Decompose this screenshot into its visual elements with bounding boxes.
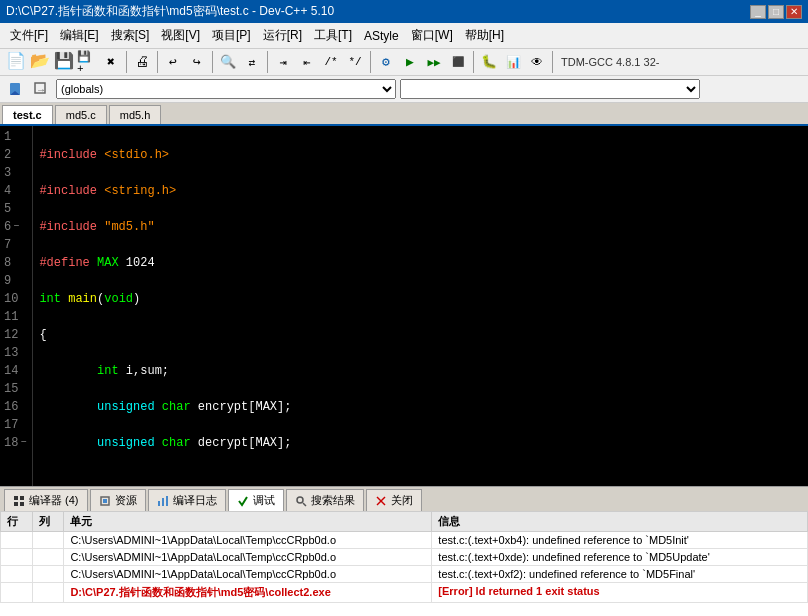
toolbar-sep-3 (212, 51, 213, 73)
menu-search[interactable]: 搜索[S] (105, 25, 156, 46)
code-line-5: int main(void) (39, 290, 802, 308)
code-text[interactable]: #include <stdio.h> #include <string.h> #… (33, 126, 808, 486)
tab-compiler[interactable]: 编译器 (4) (4, 489, 88, 511)
code-line-6: { (39, 326, 802, 344)
error-message: test.c:(.text+0xf2): undefined reference… (432, 566, 808, 583)
window-controls[interactable]: _ □ ✕ (750, 5, 802, 19)
window-title: D:\C\P27.指针函数和函数指针\md5密码\test.c - Dev-C+… (6, 3, 334, 20)
undo-button[interactable]: ↩ (162, 51, 184, 73)
compiler-label: TDM-GCC 4.8.1 32- (557, 56, 663, 68)
svg-point-13 (297, 497, 303, 503)
error-message: [Error] ld returned 1 exit status (432, 583, 808, 603)
menu-edit[interactable]: 编辑[E] (54, 25, 105, 46)
comment-button[interactable]: /* (320, 51, 342, 73)
open-button[interactable]: 📂 (28, 51, 50, 73)
error-unit: D:\C\P27.指针函数和函数指针\md5密码\collect2.exe (64, 583, 432, 603)
run-button[interactable]: ▶ (399, 51, 421, 73)
toolbar-sep-7 (552, 51, 553, 73)
svg-rect-10 (158, 501, 160, 506)
toolbar-secondary: → (globals) (0, 76, 808, 103)
code-line-8: unsigned char encrypt[MAX]; (39, 398, 802, 416)
uncomment-button[interactable]: */ (344, 51, 366, 73)
code-line-3: #include "md5.h" (39, 218, 802, 236)
tab-search-results[interactable]: 搜索结果 (286, 489, 364, 511)
tab-md5-h[interactable]: md5.h (109, 105, 162, 124)
line-num: 6 (4, 218, 11, 236)
line-numbers: 1 2 3 4 5 6− 7 8 9 10 11 12 13 14 15 16 … (0, 126, 33, 486)
code-editor[interactable]: 1 2 3 4 5 6− 7 8 9 10 11 12 13 14 15 16 … (0, 126, 808, 486)
code-line-10 (39, 470, 802, 486)
line-num: 12 (4, 326, 18, 344)
minimize-button[interactable]: _ (750, 5, 766, 19)
watch-button[interactable]: 👁 (526, 51, 548, 73)
toolbar-sep-4 (267, 51, 268, 73)
check-icon (237, 495, 249, 507)
menu-run[interactable]: 运行[R] (257, 25, 308, 46)
menu-help[interactable]: 帮助[H] (459, 25, 510, 46)
title-bar: D:\C\P27.指针函数和函数指针\md5密码\test.c - Dev-C+… (0, 0, 808, 23)
svg-rect-4 (14, 496, 18, 500)
bookmark-button[interactable] (4, 78, 26, 100)
replace-button[interactable]: ⇄ (241, 51, 263, 73)
svg-rect-5 (20, 496, 24, 500)
tab-compile-log[interactable]: 编译日志 (148, 489, 226, 511)
compile-run-button[interactable]: ▶▶ (423, 51, 445, 73)
code-line-7: int i,sum; (39, 362, 802, 380)
line-num: 7 (4, 236, 11, 254)
compile-button[interactable]: ⚙ (375, 51, 397, 73)
close-panel-icon (375, 495, 387, 507)
error-unit: C:\Users\ADMINI~1\AppData\Local\Temp\ccC… (64, 566, 432, 583)
tab-test-c[interactable]: test.c (2, 105, 53, 124)
close-button[interactable]: ✕ (786, 5, 802, 19)
find-button[interactable]: 🔍 (217, 51, 239, 73)
tab-close-panel[interactable]: 关闭 (366, 489, 422, 511)
resource-icon (99, 495, 111, 507)
globals-dropdown[interactable]: (globals) (56, 79, 396, 99)
svg-rect-12 (166, 496, 168, 506)
close-file-button[interactable]: ✖ (100, 51, 122, 73)
menu-project[interactable]: 项目[P] (206, 25, 257, 46)
goto-icon: → (33, 81, 49, 97)
menu-tools[interactable]: 工具[T] (308, 25, 358, 46)
line-num: 8 (4, 254, 11, 272)
error-col-num (32, 566, 64, 583)
tab-md5-c[interactable]: md5.c (55, 105, 107, 124)
unindent-button[interactable]: ⇤ (296, 51, 318, 73)
new-button[interactable]: 📄 (4, 51, 26, 73)
table-row: C:\Users\ADMINI~1\AppData\Local\Temp\ccC… (1, 532, 808, 549)
svg-rect-6 (14, 502, 18, 506)
line-num: 14 (4, 362, 18, 380)
redo-button[interactable]: ↪ (186, 51, 208, 73)
search-icon (295, 495, 307, 507)
menu-file[interactable]: 文件[F] (4, 25, 54, 46)
compiler-output: 行 列 单元 信息 C:\Users\ADMINI~1\AppData\Loca… (0, 511, 808, 616)
error-col-num (32, 583, 64, 603)
tab-resource[interactable]: 资源 (90, 489, 146, 511)
save-button[interactable]: 💾 (52, 51, 74, 73)
save-all-button[interactable]: 💾+ (76, 51, 98, 73)
bottom-panel: 编译器 (4) 资源 编译日志 调试 (0, 486, 808, 616)
error-row-num (1, 532, 33, 549)
menu-window[interactable]: 窗口[W] (405, 25, 459, 46)
table-row: D:\C\P27.指针函数和函数指针\md5密码\collect2.exe [E… (1, 583, 808, 603)
error-row-num (1, 566, 33, 583)
line-num: 18 (4, 434, 18, 452)
line-num: 15 (4, 380, 18, 398)
print-button[interactable]: 🖨 (131, 51, 153, 73)
indent-button[interactable]: ⇥ (272, 51, 294, 73)
error-table: 行 列 单元 信息 C:\Users\ADMINI~1\AppData\Loca… (0, 511, 808, 603)
bookmark-icon (7, 81, 23, 97)
toolbar-sep-2 (157, 51, 158, 73)
profile-button[interactable]: 📊 (502, 51, 524, 73)
tab-debug[interactable]: 调试 (228, 489, 284, 511)
menu-astyle[interactable]: AStyle (358, 27, 405, 45)
line-num: 10 (4, 290, 18, 308)
code-line-1: #include <stdio.h> (39, 146, 802, 164)
stop-button[interactable]: ⬛ (447, 51, 469, 73)
menu-view[interactable]: 视图[V] (155, 25, 206, 46)
toolbar-sep-5 (370, 51, 371, 73)
maximize-button[interactable]: □ (768, 5, 784, 19)
goto-button[interactable]: → (30, 78, 52, 100)
scope-dropdown[interactable] (400, 79, 700, 99)
debug-button[interactable]: 🐛 (478, 51, 500, 73)
